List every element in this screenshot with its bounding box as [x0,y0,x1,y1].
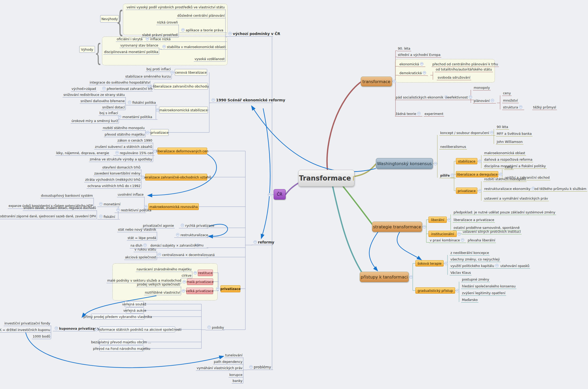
node[interactable]: akciová společnost [124,255,157,260]
node[interactable]: integrace do světového hospodářství [89,80,151,85]
collapse-icon[interactable] [491,99,494,102]
collapse-icon[interactable] [95,328,98,331]
node[interactable]: vysoká vzdělanost [194,57,225,62]
collapse-icon[interactable] [171,71,174,74]
collapse-icon[interactable] [181,224,184,227]
node[interactable]: v rukou státu [134,247,157,252]
node[interactable]: ztráta východních (měkkých) trhů [84,178,141,182]
node[interactable]: daňová a rozpočtová reforma [483,158,533,162]
node[interactable]: neoliberalismus [439,145,467,149]
node[interactable]: zavedení konvertibilní měny [93,171,141,176]
node[interactable]: přechod od centrálního plánování k trhu [432,62,499,67]
node-liberalni[interactable]: liberální [428,217,447,223]
node[interactable]: ekonomická [399,62,425,67]
topic-transformace[interactable]: transformace [361,77,392,86]
topic-reformy[interactable]: reformy [252,240,273,245]
collapse-icon[interactable] [207,326,211,329]
node[interactable]: využití politického kapitálu [450,264,500,269]
node[interactable]: ceny [504,165,514,170]
node-stabilizace[interactable]: stabilizace [456,158,477,164]
node[interactable]: 90. léta [397,47,411,51]
callout-vyhody[interactable]: Výhody [79,46,95,53]
collapse-icon[interactable] [176,233,179,236]
node[interactable]: vyrovnaný stav bilance [120,43,159,48]
node[interactable]: fiskální politka [126,101,157,105]
topic-washingtonsky-konsensus[interactable]: Washingtonský konsensus [376,158,433,169]
node[interactable]: snížení dávek, zrušení dotací, regulace … [23,206,97,211]
node[interactable]: léky, nájemné, doprava, energie [55,151,110,156]
collapse-icon[interactable] [144,205,148,208]
node[interactable]: církve [181,274,192,278]
node[interactable]: od těžkého průmyslu k službám [534,187,587,191]
node[interactable]: v praxi kombinace [429,238,466,243]
collapse-icon[interactable] [181,28,185,32]
node-cenova-liberalizace[interactable]: cenová liberalizace [175,69,207,76]
collapse-icon[interactable] [461,238,464,242]
collapse-icon[interactable] [158,253,161,256]
collapse-icon[interactable] [409,275,413,279]
node[interactable]: převaha liberální [467,238,496,243]
node[interactable]: disciplinovaná monetární politika [103,50,159,55]
collapse-icon[interactable] [495,264,499,267]
node[interactable]: rozbití státního monopolu [102,126,145,131]
node[interactable]: fiskální [97,215,120,219]
node[interactable]: postupné změny [461,277,490,282]
node[interactable]: snížení daňového břemene [80,99,126,104]
node[interactable]: všechny změny, co nejrychleji [450,257,500,262]
collapse-icon[interactable] [153,149,157,153]
node[interactable]: restriktivní politika [115,208,146,213]
node[interactable]: centralizovaná × decentralizovaná [156,253,208,258]
collapse-icon[interactable] [469,95,472,99]
node[interactable]: komu [194,243,208,248]
collapse-icon[interactable] [118,115,121,118]
topic-problemy[interactable]: problémy [247,365,273,370]
collapse-icon[interactable] [457,232,461,236]
node[interactable]: odstranění záporné daně, sjednocení saze… [0,214,97,219]
node-restituce[interactable]: restituce [198,270,213,276]
node[interactable]: struktura [502,105,524,110]
collapse-icon[interactable] [268,193,271,196]
node[interactable]: hledání společenského konsensu [461,284,516,289]
collapse-icon[interactable] [146,131,149,134]
collapse-icon[interactable] [146,37,149,40]
node[interactable]: předpoklad: je nutné udělat pouze základ… [453,210,556,215]
node[interactable]: Maďarsko [461,298,478,303]
node-verejna-aukce[interactable]: veřejná aukce [126,307,144,313]
topic-cr[interactable]: ČR [274,189,286,200]
collapse-icon[interactable] [478,189,482,193]
collapse-icon[interactable] [444,262,448,265]
node[interactable]: přeorientovat zahraniční trh [100,87,153,91]
node[interactable]: 1000 bodů [32,334,51,339]
collapse-icon[interactable] [434,162,437,165]
node[interactable]: otevření domacích trhů [101,165,141,170]
node[interactable]: východ>západ [71,87,97,91]
node[interactable]: zvýšení legitimity opatření [461,291,506,296]
node-gradualisticky[interactable]: gradualistický přístup [415,287,455,294]
node[interactable]: ustavení silných protržních institucí [462,230,522,234]
collapse-icon[interactable] [451,173,454,177]
node-liberalizace-obchodu[interactable]: liberalizace zahraničního obchodu [154,83,208,90]
node[interactable]: monetární [97,202,120,207]
node[interactable]: demokratická [399,71,428,76]
topic-pristupy[interactable]: přístupy k tansformaci [360,272,409,282]
node-prevod-fond[interactable]: převod na Fond národního majetku [99,346,144,351]
node[interactable]: 90 léta [496,125,509,130]
node[interactable]: korupce [229,373,243,378]
collapse-icon[interactable] [183,280,186,283]
topic-vychozi-podminky[interactable]: výchozí podmínky v ČR [227,32,273,37]
node[interactable]: disciplina monetární a fiskální politiky [483,164,547,169]
node[interactable]: změna ve struktuře výroby a spotřeby [89,157,153,162]
collapse-icon[interactable] [499,173,502,176]
node[interactable]: dvoustupňový bankovní systém [40,194,94,198]
node[interactable]: snižování redistribuce ze strany státu [63,93,126,97]
node[interactable]: navrácení znárodněného majetku [136,267,192,272]
topic-1990-scenar[interactable]: 1990 Scénář ekonomické reformy [210,98,273,103]
node[interactable]: svoboda sdružování [437,76,471,80]
collapse-icon[interactable] [55,327,58,330]
node[interactable]: roztříštěné vlastnictví [144,291,181,295]
node[interactable]: experiment [424,112,444,117]
collapse-icon[interactable] [99,215,103,218]
collapse-icon[interactable] [194,271,197,275]
collapse-icon[interactable] [423,225,426,229]
node-privatizace-reformy[interactable]: privatizace [220,285,240,292]
